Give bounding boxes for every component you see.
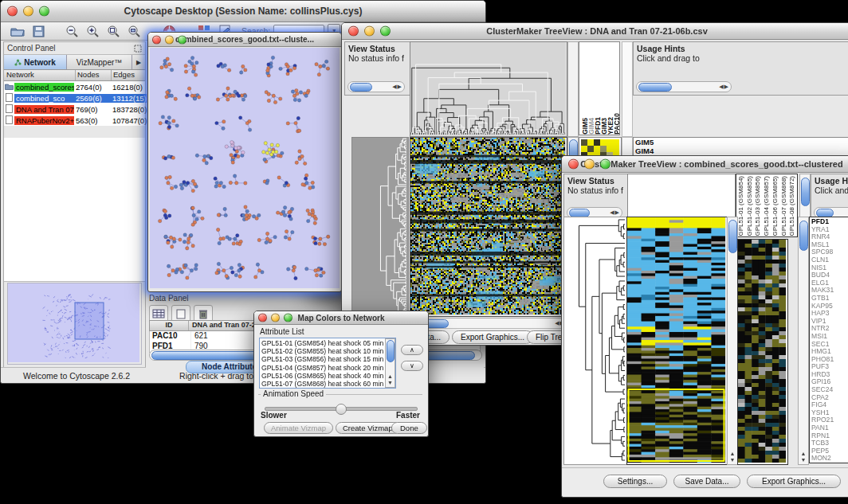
network-tree-empty-area xyxy=(4,138,145,282)
export-graphics-button[interactable]: Export Graphics... xyxy=(747,475,841,488)
close-button[interactable] xyxy=(568,159,579,170)
heatmap-a-hscrollbar[interactable]: ◀▶ xyxy=(410,318,567,329)
row-dendrogram-a[interactable] xyxy=(351,137,409,317)
dialog-title-bar[interactable]: Map Colors to Network xyxy=(254,311,428,325)
zoom-button[interactable] xyxy=(39,6,49,17)
array-column-label[interactable]: GPL51-04 (GSM857) xyxy=(763,176,771,236)
array-column-label[interactable]: GPL51-01 (GSM854) xyxy=(737,176,746,236)
tab-vizmapper[interactable]: VizMapper™ xyxy=(67,55,132,69)
column-label[interactable]: YKE2 xyxy=(607,117,613,135)
view-status-title: View Status xyxy=(348,44,410,53)
attribute-list-vscrollbar[interactable]: ▲▼ xyxy=(385,338,395,388)
minimize-button[interactable] xyxy=(364,26,375,37)
network-name: combined_scores xyxy=(14,83,74,92)
treeview-a-title-bar[interactable]: ClusterMaker TreeView : DNA and Tran 07-… xyxy=(342,23,848,40)
usage-hints-box-a: Usage Hints Click and drag to ◀▶ xyxy=(633,41,848,96)
zoom-fit-icon[interactable] xyxy=(125,23,143,39)
zoom-out-icon[interactable] xyxy=(63,23,80,39)
usage-hints-text: Click and drag to xyxy=(637,53,848,63)
network-nodes: 563(0) xyxy=(74,116,111,125)
gene-label[interactable]: MON2 xyxy=(811,455,848,463)
network-table-row[interactable]: RNAPuberNov2+I 563(0) 107847(0) xyxy=(4,115,145,126)
close-button[interactable] xyxy=(258,314,267,322)
attribute-list-item[interactable]: GPL51-01 (GSM854) heat shock 05 min xyxy=(261,339,385,347)
zoom-button[interactable] xyxy=(380,26,391,37)
control-panel: Control Panel Network VizMapper™ ▶ Netwo… xyxy=(3,41,146,368)
close-button[interactable] xyxy=(152,35,161,44)
network-nodes: 769(0) xyxy=(74,105,111,114)
float-panel-icon[interactable] xyxy=(134,41,142,56)
attribute-list-item[interactable]: GPL51-03 (GSM856) heat shock 15 min xyxy=(261,355,385,363)
heatmap-a[interactable] xyxy=(410,137,567,317)
slider-thumb[interactable] xyxy=(336,404,347,415)
close-button[interactable] xyxy=(348,26,359,37)
tab-network[interactable]: Network xyxy=(4,55,67,69)
usage-hints-title: Usage Hints xyxy=(815,176,848,186)
animation-speed-slider[interactable] xyxy=(265,407,418,411)
settings-button[interactable]: Settings... xyxy=(603,475,667,488)
zoom-in-icon[interactable] xyxy=(84,23,101,39)
gene-label[interactable]: GIM4 xyxy=(635,147,848,156)
view-status-box-a: View Status No status info f ◀▶ xyxy=(344,41,414,96)
minimize-button[interactable] xyxy=(23,6,33,17)
move-down-button[interactable]: ∨ xyxy=(401,361,423,371)
usage-hints-scrollbar-a[interactable]: ◀▶ xyxy=(636,81,732,92)
column-dendrogram-b[interactable] xyxy=(627,174,736,217)
zoom-button[interactable] xyxy=(284,314,292,322)
animate-vizmap-button[interactable]: Animate Vizmap xyxy=(264,422,333,434)
array-column-label[interactable]: GPL51-06 (GSM865) xyxy=(771,176,780,236)
array-column-label[interactable]: GPL51-08 (GSM872) xyxy=(788,176,797,236)
column-dendrogram-a[interactable] xyxy=(410,41,567,137)
array-column-label[interactable]: GPL51-07 (GSM868) xyxy=(780,176,789,236)
array-column-label[interactable]: GPL51-03 (GSM856) xyxy=(754,176,763,236)
open-folder-icon[interactable] xyxy=(9,23,26,39)
network-view-title-bar[interactable]: combined_scores_good.txt--cluste... xyxy=(148,33,341,47)
column-label[interactable]: GIM5 xyxy=(581,118,587,135)
zoom-selected-icon[interactable] xyxy=(104,23,122,39)
gene-list-vscrollbar[interactable]: ▲▼ xyxy=(798,217,809,465)
close-button[interactable] xyxy=(7,6,18,17)
zoom-button[interactable] xyxy=(600,159,610,170)
column-scroll-strip-a[interactable] xyxy=(567,41,579,137)
attribute-listbox[interactable]: GPL51-01 (GSM854) heat shock 05 minGPL51… xyxy=(259,338,396,389)
export-graphics-button[interactable]: Export Graphics... xyxy=(452,330,533,344)
main-title-bar[interactable]: Cytoscape Desktop (Session Name: collins… xyxy=(1,1,485,22)
attribute-list-item[interactable]: GPL51-07 (GSM868) heat shock 60 min xyxy=(261,380,385,388)
animation-speed-label: Animation Speed xyxy=(261,389,326,398)
network-overview-panel[interactable] xyxy=(7,283,142,365)
network-table-row[interactable]: combined_scores 2764(0) 16218(0) xyxy=(4,81,145,92)
zoom-button[interactable] xyxy=(178,35,186,44)
attribute-list-item[interactable]: GPL51-06 (GSM865) heat shock 40 min xyxy=(261,372,385,380)
heatmap-b-vscrollbar[interactable]: ▲▼ xyxy=(727,217,738,465)
create-vizmap-button[interactable]: Create Vizmap xyxy=(336,422,400,434)
network-edges: 13112(15) xyxy=(111,94,147,103)
heatmap-b[interactable] xyxy=(626,217,728,465)
attribute-list-item[interactable]: GPL51-02 (GSM855) heat shock 10 min xyxy=(261,347,385,355)
column-label[interactable]: PAC10 xyxy=(613,113,619,135)
minimize-button[interactable] xyxy=(165,35,174,44)
column-label[interactable]: PFD1 xyxy=(594,117,600,135)
network-table-row[interactable]: combined_sco 2569(6) 13112(15) xyxy=(4,92,145,104)
minimize-button[interactable] xyxy=(271,314,280,322)
view-status-box-b: View Status No status info f ◀▶ xyxy=(563,174,632,221)
done-button[interactable]: Done xyxy=(391,422,427,434)
move-up-button[interactable]: ∧ xyxy=(401,345,423,355)
network-table: combined_scores 2764(0) 16218(0) combine… xyxy=(4,81,145,126)
small-heatmap-b[interactable] xyxy=(737,239,788,465)
tab-overflow-arrow[interactable]: ▶ xyxy=(132,55,145,69)
treeview-b-title-bar[interactable]: ClusterMaker TreeView : combined_scores_… xyxy=(562,156,848,173)
save-data-button[interactable]: Save Data... xyxy=(673,475,740,488)
minimize-button[interactable] xyxy=(584,159,595,170)
desktop: { "main_window": { "title": "Cytoscape D… xyxy=(0,0,848,504)
column-label[interactable]: GIM4 xyxy=(587,118,594,135)
row-dendrogram-b[interactable] xyxy=(563,217,627,465)
attribute-list-item[interactable]: GPL51-04 (GSM857) heat shock 20 min xyxy=(261,364,385,372)
view-status-scrollbar-a[interactable]: ◀▶ xyxy=(347,81,405,92)
save-icon[interactable] xyxy=(29,23,47,39)
network-table-row[interactable]: DNA and Tran 07 769(0) 183728(0) xyxy=(4,104,145,115)
array-column-label[interactable]: GPL51-02 (GSM855) xyxy=(746,176,755,236)
window-controls-4 xyxy=(348,26,391,37)
gene-label[interactable]: GIM5 xyxy=(635,139,848,147)
network-canvas[interactable] xyxy=(150,48,340,290)
column-label[interactable]: GIM3 xyxy=(600,118,607,135)
